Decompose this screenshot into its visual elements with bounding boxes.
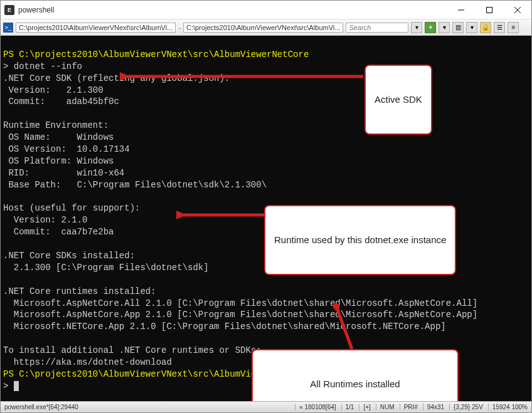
status-memory: 15924 100% (488, 404, 528, 410)
menu-icon[interactable]: ≡ (508, 22, 519, 33)
maximize-button[interactable] (475, 1, 503, 19)
terminal[interactable]: PS C:\projects2010\AlbumViewerVNext\src\… (1, 36, 531, 401)
path-separator: - (178, 24, 181, 31)
callout-active-sdk: Active SDK (364, 65, 432, 135)
prompt-line-1: PS C:\projects2010\AlbumViewerVNext\src\… (3, 50, 309, 60)
statusbar: powershell.exe*[64]:29440 « 180108[64] 1… (1, 401, 531, 412)
lock-icon[interactable]: 🔒 (480, 22, 491, 33)
cursor-icon (14, 381, 19, 391)
search-dropdown-icon[interactable]: ▾ (411, 22, 422, 33)
window-controls (447, 1, 531, 19)
minimize-button[interactable] (447, 1, 475, 19)
callout-runtime: Runtime used by this dotnet.exe instance (264, 205, 456, 275)
status-num: NUM (376, 404, 395, 410)
panel-button[interactable]: ▥ (452, 22, 464, 33)
arrow-sdk-icon (120, 70, 364, 83)
arrow-runtime-icon (176, 209, 265, 221)
search-input[interactable] (346, 23, 408, 33)
callout-sdk-text: Active SDK (375, 93, 422, 106)
list-icon[interactable]: ☰ (494, 22, 505, 33)
status-process: powershell.exe*[64]:29440 (4, 404, 78, 410)
command-line-2: > (3, 381, 14, 391)
callout-all-runtimes: All Runtimes installed (I cleaned mine u… (252, 349, 459, 401)
callout-runtime-text: Runtime used by this dotnet.exe instance (274, 234, 446, 246)
add-button[interactable]: + (425, 22, 436, 33)
status-mode: [+] (359, 404, 370, 410)
application-window: E powershell >_ C:\projects2010\AlbumVie… (0, 0, 532, 413)
path-left[interactable]: C:\projects2010\AlbumViewerVNext\src\Alb… (16, 23, 176, 33)
callout-all-rt-title: All Runtimes installed (262, 378, 449, 390)
svg-rect-1 (486, 7, 492, 13)
powershell-icon: >_ (3, 23, 13, 33)
command-line-1: > dotnet --info (3, 61, 82, 71)
close-button[interactable] (503, 1, 531, 19)
titlebar: E powershell (1, 1, 531, 19)
panel-dropdown-icon[interactable]: ▾ (466, 22, 477, 33)
window-title: powershell (18, 6, 447, 14)
add-dropdown-icon[interactable]: ▾ (439, 22, 450, 33)
status-position: 1/1 (341, 404, 354, 410)
arrow-all-rt-icon (333, 304, 358, 352)
svg-line-9 (338, 311, 352, 349)
app-icon: E (4, 5, 14, 15)
status-encoding: « 180108[64] (295, 404, 336, 410)
status-cursor: {3,29} 25V (449, 404, 483, 410)
path-right[interactable]: C:\projects2010\AlbumViewerVNext\src\Alb… (183, 23, 343, 33)
status-priority: PRI# (400, 404, 418, 410)
toolbar: >_ C:\projects2010\AlbumViewerVNext\src\… (1, 19, 531, 36)
status-dimensions: 94x31 (423, 404, 444, 410)
